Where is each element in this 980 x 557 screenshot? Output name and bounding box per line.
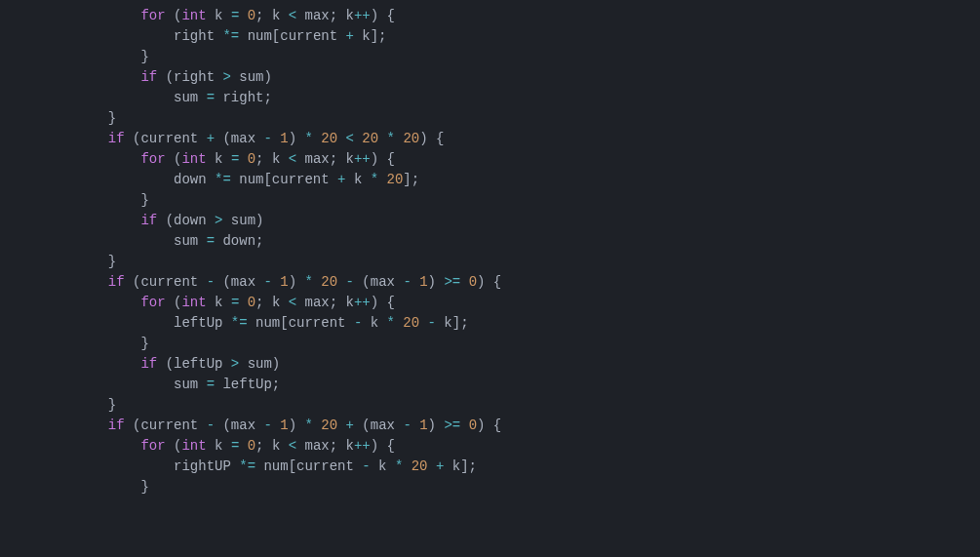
code-token: -	[207, 274, 215, 290]
code-token: <	[289, 8, 296, 23]
code-line[interactable]: if (right > sum)	[0, 67, 980, 88]
code-token: int	[181, 438, 206, 454]
code-token: for	[140, 295, 165, 310]
code-token: +	[345, 28, 353, 44]
code-token: ) {	[477, 418, 501, 433]
code-line[interactable]: }	[0, 334, 980, 354]
code-token: -	[207, 418, 215, 433]
code-line[interactable]: }	[0, 47, 980, 67]
code-token	[239, 8, 247, 23]
code-token: 20	[321, 131, 337, 146]
code-line[interactable]: if (leftUp > sum)	[0, 354, 980, 375]
code-line[interactable]: }	[0, 477, 980, 497]
code-token: (down	[157, 213, 215, 228]
code-token: -	[428, 315, 436, 331]
code-line[interactable]: }	[0, 395, 980, 416]
code-token: ) {	[371, 295, 395, 310]
code-token	[378, 131, 386, 146]
code-line[interactable]: sum = right;	[0, 88, 980, 108]
code-token: ; k	[255, 8, 289, 23]
code-line[interactable]: if (current - (max - 1) * 20 + (max - 1)…	[0, 416, 980, 436]
code-token: 20	[362, 131, 378, 146]
code-token: max; k	[296, 438, 354, 454]
code-token: (	[166, 151, 182, 167]
code-token: )	[428, 418, 445, 433]
code-token: ; k	[255, 438, 289, 454]
code-token: (current	[125, 131, 207, 146]
code-token: sum	[174, 233, 207, 249]
code-line[interactable]: sum = down;	[0, 231, 980, 252]
code-line[interactable]: for (int k = 0; k < max; k++) {	[0, 436, 980, 457]
code-line[interactable]: }	[0, 108, 980, 129]
code-token: k	[371, 458, 395, 474]
code-token: *	[305, 418, 313, 433]
code-token: )	[289, 131, 305, 146]
code-token: sum)	[222, 213, 263, 228]
code-token: 1	[280, 274, 288, 290]
code-line[interactable]: }	[0, 190, 980, 211]
code-line[interactable]: right *= num[current + k];	[0, 26, 980, 47]
code-line[interactable]: for (int k = 0; k < max; k++) {	[0, 149, 980, 170]
code-token	[403, 458, 411, 474]
code-token: num[current	[255, 458, 362, 474]
code-token: *=	[239, 458, 255, 474]
code-token: 1	[419, 274, 427, 290]
code-token	[239, 438, 247, 454]
code-token: }	[108, 397, 116, 413]
code-line[interactable]: if (current - (max - 1) * 20 - (max - 1)…	[0, 272, 980, 293]
code-token: k	[207, 295, 231, 310]
code-token: 0	[248, 438, 255, 454]
code-token: }	[108, 254, 116, 269]
code-token: (max	[354, 274, 403, 290]
code-token: leftUp;	[215, 377, 280, 392]
code-token: (	[166, 8, 182, 23]
code-line[interactable]: sum = leftUp;	[0, 375, 980, 395]
code-token: -	[263, 418, 271, 433]
code-token: *	[305, 274, 313, 290]
code-token: num[current	[248, 315, 354, 331]
code-line[interactable]: for (int k = 0; k < max; k++) {	[0, 6, 980, 26]
code-token: for	[140, 438, 165, 454]
code-token: if	[108, 274, 125, 290]
code-token: -	[403, 274, 411, 290]
code-token: if	[108, 418, 125, 433]
code-token: if	[140, 69, 157, 85]
code-token: if	[108, 131, 125, 146]
code-token: max; k	[296, 151, 354, 167]
code-token: }	[140, 192, 148, 208]
code-token: +	[207, 131, 215, 146]
code-token	[419, 315, 427, 331]
code-token: ++	[354, 151, 371, 167]
code-token: }	[108, 110, 116, 126]
code-line[interactable]: leftUp *= num[current - k * 20 - k];	[0, 313, 980, 334]
code-editor[interactable]: for (int k = 0; k < max; k++) { right *=…	[0, 0, 980, 497]
code-token: 1	[280, 131, 288, 146]
code-token: k	[207, 8, 231, 23]
code-line[interactable]: for (int k = 0; k < max; k++) {	[0, 293, 980, 313]
code-token: k	[207, 151, 231, 167]
code-token: ) {	[371, 8, 395, 23]
code-token: =	[207, 90, 215, 105]
code-token: sum	[174, 90, 207, 105]
code-token: ++	[354, 438, 371, 454]
code-line[interactable]: rightUP *= num[current - k * 20 + k];	[0, 457, 980, 477]
code-token: =	[207, 233, 215, 249]
code-line[interactable]: down *= num[current + k * 20];	[0, 170, 980, 190]
code-token: (right	[157, 69, 222, 85]
code-token	[337, 131, 345, 146]
code-token: (max	[215, 131, 263, 146]
code-token: ) {	[477, 274, 501, 290]
code-token: leftUp	[174, 315, 231, 331]
code-line[interactable]: }	[0, 252, 980, 272]
code-line[interactable]: if (down > sum)	[0, 211, 980, 231]
code-token: }	[140, 336, 148, 351]
code-token	[460, 274, 468, 290]
code-token: (max	[215, 274, 263, 290]
code-token: )	[289, 418, 305, 433]
code-line[interactable]: if (current + (max - 1) * 20 < 20 * 20) …	[0, 129, 980, 149]
code-token: }	[140, 49, 148, 64]
code-token: k	[207, 438, 231, 454]
code-token: right;	[215, 90, 272, 105]
code-token: )	[428, 274, 445, 290]
code-token: max; k	[296, 8, 354, 23]
